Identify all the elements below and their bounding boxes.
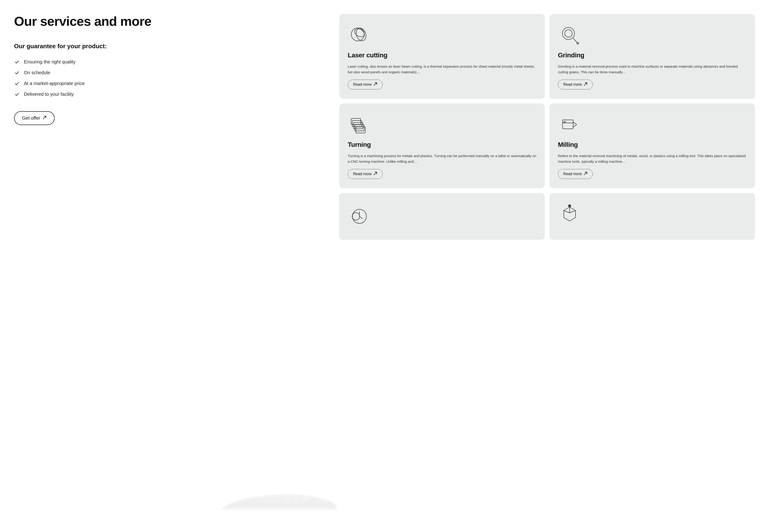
service5-icon [348, 202, 371, 226]
service-card-grinding: Grinding Grinding is a material removal … [550, 14, 755, 99]
checkmark-icon [14, 92, 20, 97]
checkmark-icon [14, 81, 20, 86]
svg-rect-5 [302, 497, 309, 502]
service-card-laser-cutting: Laser cutting Laser cutting, also known … [339, 14, 545, 99]
left-panel: Our services and more Our guarantee for … [14, 14, 325, 518]
svg-rect-4 [292, 497, 299, 501]
svg-line-9 [374, 83, 377, 85]
svg-point-6 [351, 28, 364, 41]
get-offer-button[interactable]: Get offer [14, 111, 55, 125]
list-item: On schedule [14, 70, 325, 76]
arrow-icon [584, 172, 587, 176]
train-watermark [217, 475, 339, 523]
milling-read-more-button[interactable]: Read more [558, 169, 593, 179]
services-grid: Laser cutting Laser cutting, also known … [339, 14, 755, 518]
checkmark-icon [14, 70, 20, 76]
svg-rect-1 [264, 498, 271, 502]
svg-marker-23 [573, 122, 577, 127]
svg-line-14 [584, 83, 587, 85]
turning-description: Turning is a machining process for metal… [348, 153, 536, 164]
svg-rect-2 [274, 498, 281, 502]
turning-read-more-button[interactable]: Read more [348, 169, 382, 179]
service-card-5 [339, 193, 545, 240]
svg-line-0 [43, 116, 46, 119]
arrow-icon [584, 82, 587, 87]
milling-icon [558, 113, 581, 136]
laser-cutting-icon [348, 23, 371, 47]
svg-point-29 [352, 213, 360, 220]
laser-cutting-read-more-button[interactable]: Read more [348, 80, 382, 89]
arrow-icon [373, 82, 377, 87]
arrow-icon [373, 172, 377, 176]
svg-line-34 [570, 211, 576, 213]
service6-icon [558, 202, 581, 226]
laser-cutting-title: Laser cutting [348, 52, 536, 59]
service-card-6 [550, 193, 755, 240]
turning-icon [348, 113, 371, 136]
list-item: At a market-appropriate price [14, 81, 325, 86]
grinding-icon [558, 23, 581, 47]
svg-line-31 [359, 216, 362, 219]
guarantee-heading: Our guarantee for your product: [14, 43, 325, 50]
page-title: Our services and more [14, 14, 325, 29]
grinding-read-more-button[interactable]: Read more [558, 80, 593, 89]
svg-rect-3 [283, 497, 290, 502]
checkmark-icon [14, 59, 20, 65]
list-item: Delivered to your facility [14, 92, 325, 97]
svg-line-20 [374, 172, 377, 175]
svg-line-35 [564, 211, 570, 213]
svg-point-11 [565, 30, 572, 37]
service-card-milling: Milling Refers to the material removal m… [550, 103, 755, 188]
turning-title: Turning [348, 141, 536, 148]
service-card-turning: Turning Turning is a machining process f… [339, 103, 545, 188]
checklist: Ensuring the right quality On schedule A… [14, 59, 325, 97]
milling-description: Refers to the material removal machining… [558, 153, 747, 164]
grinding-description: Grinding is a material removal process u… [558, 64, 747, 75]
svg-line-27 [584, 172, 587, 175]
grinding-title: Grinding [558, 52, 747, 59]
svg-point-36 [569, 205, 571, 207]
laser-cutting-description: Laser cutting, also known as laser beam … [348, 64, 536, 75]
svg-point-10 [562, 27, 575, 40]
list-item: Ensuring the right quality [14, 59, 325, 65]
milling-title: Milling [558, 141, 747, 148]
arrow-icon [42, 115, 47, 121]
